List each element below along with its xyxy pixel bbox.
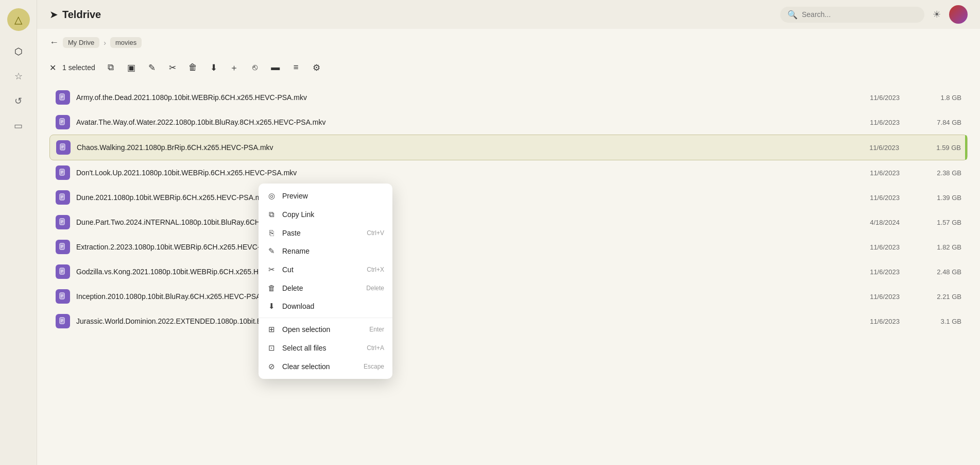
breadcrumb-mydrive[interactable]: My Drive (63, 37, 99, 48)
menu-item-left: ⎘ Paste (267, 228, 301, 237)
back-button[interactable]: ← (49, 37, 59, 48)
menu-item-left: ✂ Cut (267, 265, 294, 274)
copy-button[interactable]: ⧉ (104, 60, 118, 75)
menu-item-left: ⊘ Clear selection (267, 362, 330, 371)
menu-item-label: Paste (282, 229, 301, 237)
file-size: 2.38 GB (920, 169, 961, 177)
capture-button[interactable]: ▣ (124, 60, 139, 75)
context-menu-item-rename[interactable]: ✎ Rename (259, 242, 392, 260)
menu-item-label: Delete (282, 284, 303, 292)
context-menu-item-clear-selection[interactable]: ⊘ Clear selection Escape (259, 357, 392, 376)
context-menu-item-select-all-files[interactable]: ⊡ Select all files Ctrl+A (259, 339, 392, 357)
file-size: 1.82 GB (920, 243, 961, 251)
file-size: 3.1 GB (920, 318, 961, 325)
context-menu: ◎ Preview ⧉ Copy Link ⎘ Paste Ctrl+V ✎ R… (259, 184, 392, 379)
file-row[interactable]: Godzilla.vs.Kong.2021.1080p.10bit.WEBRip… (49, 259, 968, 284)
menu-item-icon: ⊘ (267, 362, 276, 371)
file-name: Extraction.2.2023.1080p.10bit.WEBRip.6CH… (76, 243, 848, 251)
file-row[interactable]: Jurassic.World.Dominion.2022.EXTENDED.10… (49, 309, 968, 334)
file-row[interactable]: Avatar.The.Way.of.Water.2022.1080p.10bit… (49, 110, 968, 135)
menu-item-icon: ◎ (267, 191, 276, 201)
file-date: 11/6/2023 (848, 94, 900, 102)
file-row[interactable]: Extraction.2.2023.1080p.10bit.WEBRip.6CH… (49, 235, 968, 259)
file-name: Army.of.the.Dead.2021.1080p.10bit.WEBRip… (76, 93, 848, 102)
edit-button[interactable]: ✎ (145, 60, 159, 75)
file-name: Chaos.Walking.2021.1080p.BrRip.6CH.x265.… (77, 143, 848, 152)
menu-item-label: Open selection (282, 325, 330, 334)
file-row[interactable]: Inception.2010.1080p.10bit.BluRay.6CH.x2… (49, 284, 968, 309)
avatar[interactable] (949, 5, 968, 24)
topbar: ➤ Teldrive 🔍 ☀ (37, 0, 980, 29)
menu-item-left: ✎ Rename (267, 246, 310, 256)
context-menu-item-delete[interactable]: 🗑 Delete Delete (259, 279, 392, 297)
open-button[interactable]: ⎋ (248, 60, 262, 75)
storage-icon: ▭ (14, 120, 23, 131)
search-bar[interactable]: 🔍 (780, 7, 924, 23)
context-menu-item-download[interactable]: ⬇ Download (259, 297, 392, 315)
file-icon (56, 165, 70, 180)
topbar-right: 🔍 ☀ (780, 5, 968, 24)
context-menu-item-cut[interactable]: ✂ Cut Ctrl+X (259, 260, 392, 279)
file-row[interactable]: Don't.Look.Up.2021.1080p.10bit.WEBRip.6C… (49, 160, 968, 185)
deselect-button[interactable]: ✕ (49, 63, 56, 73)
topbar-left: ➤ Teldrive (49, 8, 101, 21)
context-menu-item-open-selection[interactable]: ⊞ Open selection Enter (259, 320, 392, 339)
sidebar-item-storage[interactable]: ▭ (8, 115, 29, 136)
send-icon: ➤ (49, 8, 58, 21)
file-name: Dune.2021.1080p.10bit.WEBRip.6CH.x265.HE… (76, 193, 848, 202)
menu-item-icon: ⎘ (267, 228, 276, 237)
menu-item-icon: 🗑 (267, 284, 276, 292)
theme-toggle-icon[interactable]: ☀ (933, 9, 941, 20)
menu-item-shortcut: Escape (364, 363, 384, 370)
menu-item-shortcut: Ctrl+X (367, 266, 384, 273)
file-icon (56, 289, 70, 304)
file-size: 2.48 GB (920, 268, 961, 276)
settings-button[interactable]: ⚙ (310, 60, 324, 75)
breadcrumb-separator: › (104, 39, 106, 47)
menu-item-icon: ⊡ (267, 343, 276, 353)
download-button[interactable]: ⬇ (207, 60, 221, 75)
file-row[interactable]: Dune.2021.1080p.10bit.WEBRip.6CH.x265.HE… (49, 185, 968, 210)
menu-item-icon: ⧉ (267, 210, 276, 219)
menu-item-icon: ✂ (267, 265, 276, 274)
menu-item-label: Clear selection (282, 362, 330, 371)
search-input[interactable] (802, 10, 917, 19)
view-toggle[interactable]: ▬ (268, 60, 283, 75)
breadcrumb: ← My Drive › movies (49, 37, 968, 48)
breadcrumb-movies[interactable]: movies (110, 37, 142, 48)
menu-item-left: ⧉ Copy Link (267, 210, 314, 219)
file-row[interactable]: Army.of.the.Dead.2021.1080p.10bit.WEBRip… (49, 85, 968, 110)
menu-item-icon: ⬇ (267, 302, 276, 311)
file-size: 1.59 GB (920, 144, 961, 152)
sidebar-item-favorites[interactable]: ☆ (8, 66, 29, 87)
context-menu-item-paste[interactable]: ⎘ Paste Ctrl+V (259, 224, 392, 242)
file-icon (56, 215, 70, 229)
file-date: 11/6/2023 (848, 243, 900, 251)
app-logo[interactable]: △ (7, 8, 30, 31)
context-menu-item-preview[interactable]: ◎ Preview (259, 187, 392, 205)
menu-item-shortcut: Ctrl+V (367, 229, 384, 237)
app-title: Teldrive (62, 9, 101, 21)
file-icon (56, 314, 70, 328)
content-area: ← My Drive › movies ✕ 1 selected ⧉ ▣ ✎ ✂… (37, 29, 980, 465)
file-name: Dune.Part.Two.2024.iNTERNAL.1080p.10bit.… (76, 218, 848, 226)
file-name: Don't.Look.Up.2021.1080p.10bit.WEBRip.6C… (76, 169, 848, 177)
context-menu-item-copy-link[interactable]: ⧉ Copy Link (259, 205, 392, 224)
menu-item-shortcut: Delete (366, 285, 384, 292)
menu-item-left: ⊡ Select all files (267, 343, 326, 353)
sidebar-item-drive[interactable]: ⬡ (8, 41, 29, 62)
file-icon (56, 190, 70, 205)
sort-button[interactable]: ≡ (289, 60, 303, 75)
cut-button[interactable]: ✂ (165, 60, 180, 75)
file-row[interactable]: Chaos.Walking.2021.1080p.BrRip.6CH.x265.… (49, 135, 968, 160)
file-date: 11/6/2023 (848, 268, 900, 276)
file-icon (56, 264, 70, 279)
file-icon (56, 140, 71, 155)
file-name: Avatar.The.Way.of.Water.2022.1080p.10bit… (76, 118, 848, 126)
sidebar-item-recent[interactable]: ↺ (8, 91, 29, 111)
file-row[interactable]: Dune.Part.Two.2024.iNTERNAL.1080p.10bit.… (49, 210, 968, 235)
menu-item-left: ◎ Preview (267, 191, 308, 201)
file-size: 1.57 GB (920, 219, 961, 226)
delete-button[interactable]: 🗑 (186, 60, 200, 75)
add-button[interactable]: ＋ (227, 60, 242, 75)
